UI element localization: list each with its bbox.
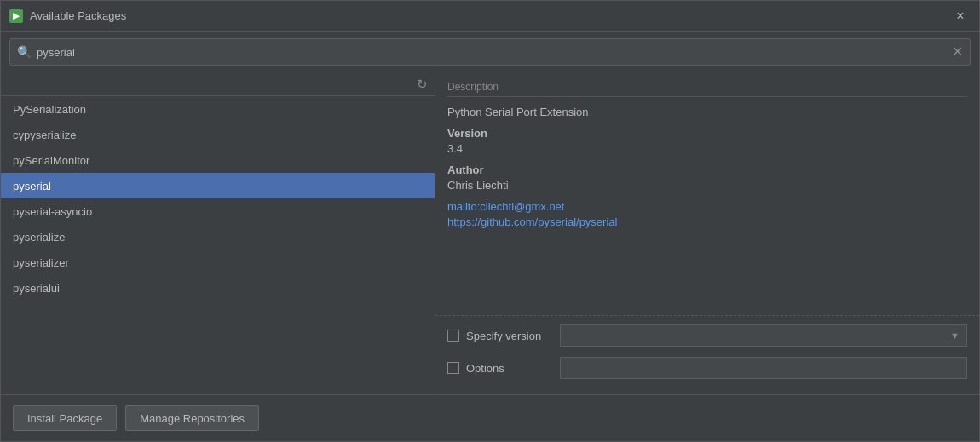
description-label: Description <box>447 81 967 97</box>
author-value: Chris Liechti <box>447 179 967 192</box>
search-input[interactable] <box>37 46 952 59</box>
email-link[interactable]: mailto:cliechti@gmx.net <box>447 200 967 213</box>
options-input[interactable] <box>560 357 967 379</box>
footer: Install Package Manage Repositories <box>1 394 979 441</box>
options-label: Options <box>466 362 560 375</box>
specify-version-checkbox[interactable] <box>447 330 459 342</box>
specify-version-label: Specify version <box>466 330 560 342</box>
package-description-title: Python Serial Port Extension <box>447 106 967 118</box>
list-item-selected[interactable]: pyserial <box>1 173 435 198</box>
list-item[interactable]: pyserialui <box>1 275 435 301</box>
refresh-button[interactable]: ↻ <box>417 77 428 92</box>
list-header: ↻ <box>1 72 435 96</box>
options-checkbox[interactable] <box>447 362 459 374</box>
search-container: 🔍 ✕ <box>9 38 971 66</box>
list-item[interactable]: cypyserialize <box>1 122 435 147</box>
close-button[interactable]: × <box>950 6 971 26</box>
list-item[interactable]: PySerialization <box>1 96 435 122</box>
app-icon: ▶ <box>9 9 23 23</box>
version-label: Version <box>447 127 967 140</box>
window-title: Available Packages <box>30 9 950 22</box>
specify-version-row: Specify version ▼ <box>447 323 967 348</box>
options-section: Specify version ▼ Options <box>435 315 979 394</box>
version-value: 3.4 <box>447 142 967 155</box>
available-packages-window: ▶ Available Packages × 🔍 ✕ ↻ PySerializa… <box>0 0 980 442</box>
list-item[interactable]: pyserial-asyncio <box>1 198 435 224</box>
author-label: Author <box>447 164 967 176</box>
version-dropdown[interactable]: ▼ <box>560 324 967 347</box>
search-bar-container: 🔍 ✕ <box>1 32 979 72</box>
package-list: PySerialization cypyserialize pySerialMo… <box>1 96 435 394</box>
search-icon: 🔍 <box>17 45 32 59</box>
title-bar: ▶ Available Packages × <box>1 1 979 32</box>
main-content: ↻ PySerialization cypyserialize pySerial… <box>1 72 979 394</box>
list-item[interactable]: pySerialMonitor <box>1 147 435 173</box>
right-panel: Description Python Serial Port Extension… <box>435 72 979 394</box>
install-package-button[interactable]: Install Package <box>13 405 117 431</box>
github-link[interactable]: https://github.com/pyserial/pyserial <box>447 215 967 228</box>
manage-repositories-button[interactable]: Manage Repositories <box>125 405 259 431</box>
dropdown-arrow-icon: ▼ <box>950 330 960 341</box>
left-panel: ↻ PySerialization cypyserialize pySerial… <box>1 72 435 394</box>
search-clear-button[interactable]: ✕ <box>952 45 963 59</box>
list-item[interactable]: pyserialize <box>1 224 435 250</box>
list-item[interactable]: pyserializer <box>1 250 435 275</box>
options-row: Options <box>447 355 967 381</box>
description-section: Description Python Serial Port Extension… <box>435 72 979 315</box>
